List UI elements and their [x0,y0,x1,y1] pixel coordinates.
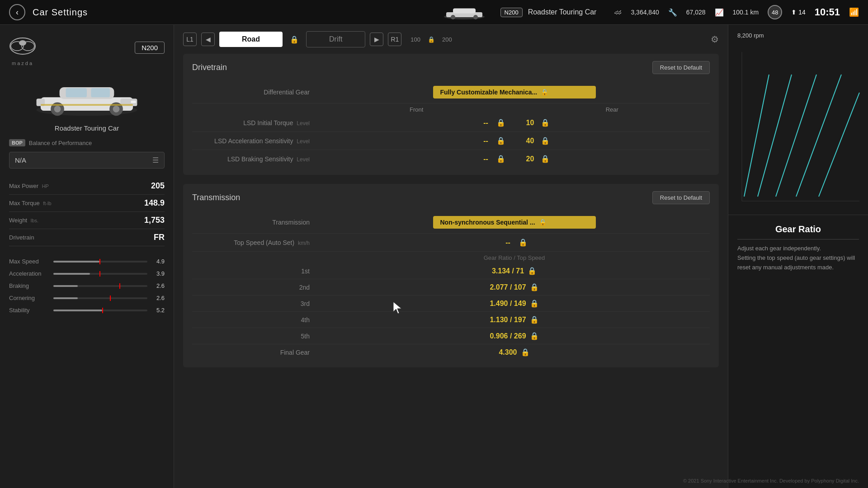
perf-stability: Stability 5.2 [9,304,165,316]
transmission-reset-btn[interactable]: Reset to Default [652,191,710,204]
gear-4th-row: 4th 1.130 / 197 🔒 [192,312,710,328]
tab-next-btn[interactable]: R1 [388,33,401,46]
transmission-header: Transmission Reset to Default [192,191,710,204]
level-badge: 48 [768,5,782,19]
lsd-initial-front-lock: 🔒 [496,118,505,127]
drivetrain-title: Drivetrain [192,63,227,72]
na-select[interactable]: N/A ☰ [9,152,165,169]
gear-4th-value: 1.130 / 197 [490,316,526,324]
rear-header: Rear [514,106,710,113]
gear-5th-value: 0.906 / 269 [490,332,526,340]
bop-badge: BOP [9,139,25,146]
na-value: N/A [15,156,26,164]
differential-gear-label: Differential Gear [192,89,319,96]
svg-rect-20 [41,104,133,106]
lsd-accel-rear-cell: 40 🔒 [524,136,550,145]
lsd-accel-front-cell: -- 🔒 [479,136,505,145]
gear-2nd-label: 2nd [192,284,319,291]
chart-icon: 📈 [715,8,724,17]
gear-1st-lock: 🔒 [528,267,537,275]
right-panel: 8,200 rpm Gear Ratio Adjust each gear in… [728,25,868,488]
brand-name: mazda [9,61,36,66]
svg-rect-2 [453,9,476,14]
top-bar: ‹ Car Settings N200 Roadster Touring Car… [0,0,868,25]
lock-icon-trans: 🔒 [539,219,547,226]
svg-line-24 [744,75,769,197]
lock-icon: 🔒 [541,89,548,96]
tab-bar: L1 ◀ Road 🔒 Drift ▶ R1 100 🔒 200 ⚙ [174,25,728,54]
gear-3rd-lock: 🔒 [530,299,539,308]
gear-5th-label: 5th [192,333,319,340]
main-content: L1 ◀ Road 🔒 Drift ▶ R1 100 🔒 200 ⚙ Drive… [174,25,728,488]
max-power-value: 205 [151,181,165,191]
page-title: Car Settings [33,7,442,18]
perf-acceleration: Acceleration 3.9 [9,267,165,280]
drivetrain-value: FR [154,233,165,242]
svg-point-19 [54,106,61,113]
tab-prev-btn[interactable]: L1 [183,33,197,46]
gear-ratio-header-label: Gear Ratio / Top Speed [319,252,710,263]
gear-5th-lock: 🔒 [530,332,539,340]
perf-cornering: Cornering 2.6 [9,292,165,304]
lsd-braking-rear-cell: 20 🔒 [524,155,550,163]
drivetrain-section: Drivetrain Reset to Default Differential… [183,54,719,175]
stat-drivetrain: Drivetrain FR [9,229,165,246]
perf-braking: Braking 2.6 [9,280,165,292]
drivetrain-reset-btn[interactable]: Reset to Default [652,61,710,74]
car-silhouette [28,75,146,118]
lsd-braking-front-cell: -- 🔒 [479,155,505,163]
back-button[interactable]: ‹ [9,4,25,20]
gear-2nd-lock: 🔒 [530,283,539,291]
top-right-stats: 🏎 3,364,840 🔧 67,028 📈 100.1 km 48 ⬆ 14 … [614,5,859,19]
lsd-initial-rear-lock: 🔒 [541,118,550,127]
n200-badge: N200 [135,42,165,54]
tab-right-btn[interactable]: ▶ [370,33,383,46]
transmission-title: Transmission [192,193,240,202]
stats-section: Max Power HP 205 Max Torque ft-lb 148.9 … [9,178,165,246]
differential-gear-value[interactable]: Fully Customizable Mechanica... 🔒 [433,86,596,99]
tab-lock-icon: 🔒 [290,35,299,44]
lsd-braking-front-lock: 🔒 [496,155,505,163]
gear-final-value: 4.300 [499,348,517,357]
gear-ratio-chart [733,47,864,215]
gear-4th-label: 4th [192,316,319,324]
weight-value: 1,753 [144,216,165,225]
perf-bar-acceleration [53,273,147,275]
gear-final-label: Final Gear [192,349,319,356]
gear-1st-row: 1st 3.134 / 71 🔒 [192,263,710,279]
tab-drift[interactable]: Drift [306,31,365,47]
footer: © 2021 Sony Interactive Entertainment In… [683,478,859,483]
stat-max-torque: Max Torque ft-lb 148.9 [9,195,165,212]
svg-line-26 [776,75,816,197]
svg-line-28 [819,93,859,197]
tab-road[interactable]: Road [219,32,283,47]
mileage-icon: 🔧 [668,8,677,17]
car-name-sidebar: Roadster Touring Car [9,124,165,132]
top-speed-lock: 🔒 [519,238,528,247]
perf-max-speed: Max Speed 4.9 [9,255,165,267]
svg-rect-12 [66,88,87,97]
car-name-text-header: Roadster Touring Car [528,8,597,16]
gear-3rd-value: 1.490 / 149 [490,300,526,308]
lsd-accel-rear-lock: 🔒 [541,136,550,145]
distance-value: 100.1 km [733,9,759,16]
perf-bar-stability [53,310,147,311]
gear-5th-row: 5th 0.906 / 269 🔒 [192,328,710,344]
mileage-value: 67,028 [686,9,706,16]
svg-point-17 [113,106,120,113]
front-header: Front [319,106,514,113]
perf-bar-cornering [53,297,147,299]
mazda-emblem [9,34,36,59]
svg-rect-13 [91,88,110,97]
car-name-header: N200 Roadster Touring Car [500,8,597,17]
svg-rect-21 [131,101,136,103]
svg-line-25 [758,75,792,197]
top-speed-row: Top Speed (Auto Set) km/h -- 🔒 [192,234,710,252]
top-speed-value: -- [501,239,515,247]
lsd-accel-front-lock: 🔒 [496,136,505,145]
svg-point-8 [19,40,26,46]
gear-chart: 8,200 rpm [728,25,868,215]
transmission-value[interactable]: Non-synchronous Sequential ... 🔒 [433,216,596,229]
notification-area: ⬆ 14 [791,9,806,16]
tab-left-btn[interactable]: ◀ [201,33,215,46]
